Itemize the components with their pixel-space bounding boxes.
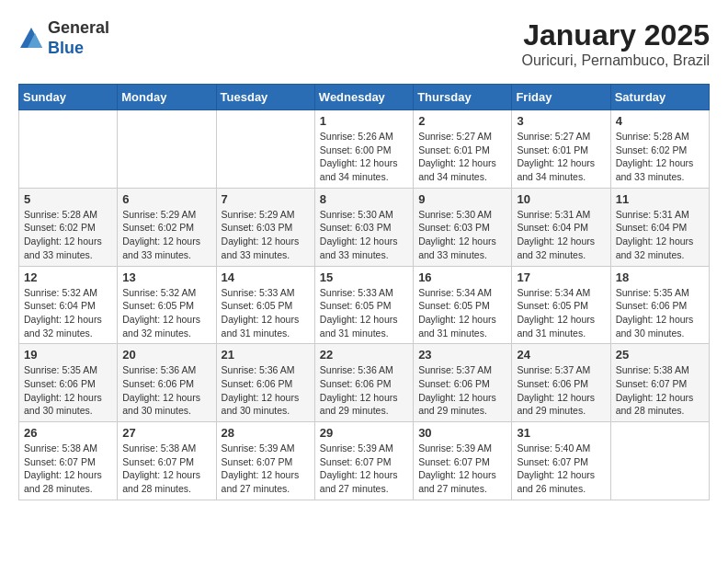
calendar: SundayMondayTuesdayWednesdayThursdayFrid…	[18, 84, 710, 500]
day-number: 8	[320, 192, 408, 206]
day-number: 23	[418, 348, 506, 362]
calendar-week-row: 12Sunrise: 5:32 AM Sunset: 6:04 PM Dayli…	[19, 266, 710, 344]
day-info: Sunrise: 5:33 AM Sunset: 6:05 PM Dayligh…	[222, 286, 310, 340]
day-info: Sunrise: 5:36 AM Sunset: 6:06 PM Dayligh…	[320, 363, 408, 418]
day-info: Sunrise: 5:39 AM Sunset: 6:07 PM Dayligh…	[418, 442, 506, 496]
day-number: 31	[517, 426, 605, 440]
day-info: Sunrise: 5:28 AM Sunset: 6:02 PM Dayligh…	[616, 130, 704, 184]
day-number: 12	[24, 270, 112, 284]
day-header-sunday: Sunday	[19, 85, 118, 110]
calendar-cell: 24Sunrise: 5:37 AM Sunset: 6:06 PM Dayli…	[512, 344, 610, 422]
calendar-week-row: 26Sunrise: 5:38 AM Sunset: 6:07 PM Dayli…	[19, 422, 710, 500]
day-number: 3	[517, 114, 605, 128]
day-info: Sunrise: 5:35 AM Sunset: 6:06 PM Dayligh…	[24, 363, 112, 418]
day-info: Sunrise: 5:30 AM Sunset: 6:03 PM Dayligh…	[320, 208, 408, 262]
calendar-cell: 10Sunrise: 5:31 AM Sunset: 6:04 PM Dayli…	[512, 188, 610, 266]
calendar-cell: 30Sunrise: 5:39 AM Sunset: 6:07 PM Dayli…	[414, 422, 512, 500]
day-number: 24	[517, 348, 605, 362]
calendar-cell: 22Sunrise: 5:36 AM Sunset: 6:06 PM Dayli…	[314, 344, 413, 422]
calendar-cell: 4Sunrise: 5:28 AM Sunset: 6:02 PM Daylig…	[610, 110, 709, 189]
calendar-cell: 9Sunrise: 5:30 AM Sunset: 6:03 PM Daylig…	[414, 188, 512, 266]
day-number: 16	[418, 270, 506, 284]
calendar-cell: 1Sunrise: 5:26 AM Sunset: 6:00 PM Daylig…	[314, 110, 413, 189]
calendar-cell	[19, 110, 118, 189]
day-info: Sunrise: 5:29 AM Sunset: 6:02 PM Dayligh…	[122, 208, 210, 262]
calendar-cell: 23Sunrise: 5:37 AM Sunset: 6:06 PM Dayli…	[414, 344, 512, 422]
calendar-cell: 21Sunrise: 5:36 AM Sunset: 6:06 PM Dayli…	[216, 344, 314, 422]
calendar-header-row: SundayMondayTuesdayWednesdayThursdayFrid…	[19, 85, 710, 110]
day-number: 25	[616, 348, 704, 362]
day-number: 22	[320, 348, 408, 362]
day-number: 2	[418, 114, 506, 128]
day-info: Sunrise: 5:38 AM Sunset: 6:07 PM Dayligh…	[24, 442, 112, 496]
day-info: Sunrise: 5:29 AM Sunset: 6:03 PM Dayligh…	[222, 208, 310, 262]
calendar-cell: 15Sunrise: 5:33 AM Sunset: 6:05 PM Dayli…	[314, 266, 413, 344]
day-info: Sunrise: 5:39 AM Sunset: 6:07 PM Dayligh…	[222, 442, 310, 496]
title-location: Ouricuri, Pernambuco, Brazil	[521, 52, 710, 69]
day-number: 7	[222, 192, 310, 206]
calendar-cell: 14Sunrise: 5:33 AM Sunset: 6:05 PM Dayli…	[216, 266, 314, 344]
calendar-cell	[118, 110, 216, 189]
day-info: Sunrise: 5:32 AM Sunset: 6:05 PM Dayligh…	[122, 286, 210, 340]
day-number: 21	[222, 348, 310, 362]
day-info: Sunrise: 5:30 AM Sunset: 6:03 PM Dayligh…	[418, 208, 506, 262]
calendar-cell: 8Sunrise: 5:30 AM Sunset: 6:03 PM Daylig…	[314, 188, 413, 266]
calendar-cell: 28Sunrise: 5:39 AM Sunset: 6:07 PM Dayli…	[216, 422, 314, 500]
day-number: 11	[616, 192, 704, 206]
calendar-cell: 16Sunrise: 5:34 AM Sunset: 6:05 PM Dayli…	[414, 266, 512, 344]
day-number: 15	[320, 270, 408, 284]
day-number: 26	[24, 426, 112, 440]
day-number: 18	[616, 270, 704, 284]
day-info: Sunrise: 5:31 AM Sunset: 6:04 PM Dayligh…	[616, 208, 704, 262]
logo: General Blue	[18, 18, 109, 58]
day-number: 4	[616, 114, 704, 128]
day-number: 1	[320, 114, 408, 128]
calendar-week-row: 19Sunrise: 5:35 AM Sunset: 6:06 PM Dayli…	[19, 344, 710, 422]
day-info: Sunrise: 5:28 AM Sunset: 6:02 PM Dayligh…	[24, 208, 112, 262]
day-info: Sunrise: 5:34 AM Sunset: 6:05 PM Dayligh…	[517, 286, 605, 340]
calendar-cell: 25Sunrise: 5:38 AM Sunset: 6:07 PM Dayli…	[610, 344, 709, 422]
day-number: 9	[418, 192, 506, 206]
day-info: Sunrise: 5:36 AM Sunset: 6:06 PM Dayligh…	[222, 363, 310, 418]
calendar-cell: 29Sunrise: 5:39 AM Sunset: 6:07 PM Dayli…	[314, 422, 413, 500]
calendar-body: 1Sunrise: 5:26 AM Sunset: 6:00 PM Daylig…	[19, 110, 710, 500]
logo-general: General	[48, 18, 109, 37]
calendar-cell	[610, 422, 709, 500]
day-info: Sunrise: 5:38 AM Sunset: 6:07 PM Dayligh…	[122, 442, 210, 496]
day-info: Sunrise: 5:26 AM Sunset: 6:00 PM Dayligh…	[320, 130, 408, 184]
calendar-cell: 17Sunrise: 5:34 AM Sunset: 6:05 PM Dayli…	[512, 266, 610, 344]
calendar-week-row: 1Sunrise: 5:26 AM Sunset: 6:00 PM Daylig…	[19, 110, 710, 189]
calendar-cell: 6Sunrise: 5:29 AM Sunset: 6:02 PM Daylig…	[118, 188, 216, 266]
day-info: Sunrise: 5:27 AM Sunset: 6:01 PM Dayligh…	[517, 130, 605, 184]
day-number: 6	[122, 192, 210, 206]
day-info: Sunrise: 5:38 AM Sunset: 6:07 PM Dayligh…	[616, 363, 704, 418]
header: General Blue January 2025 Ouricuri, Pern…	[18, 18, 710, 69]
calendar-cell: 11Sunrise: 5:31 AM Sunset: 6:04 PM Dayli…	[610, 188, 709, 266]
day-number: 27	[122, 426, 210, 440]
day-info: Sunrise: 5:31 AM Sunset: 6:04 PM Dayligh…	[517, 208, 605, 262]
day-number: 20	[122, 348, 210, 362]
day-number: 14	[222, 270, 310, 284]
calendar-cell: 18Sunrise: 5:35 AM Sunset: 6:06 PM Dayli…	[610, 266, 709, 344]
day-info: Sunrise: 5:36 AM Sunset: 6:06 PM Dayligh…	[122, 363, 210, 418]
calendar-cell: 27Sunrise: 5:38 AM Sunset: 6:07 PM Dayli…	[118, 422, 216, 500]
calendar-cell: 12Sunrise: 5:32 AM Sunset: 6:04 PM Dayli…	[19, 266, 118, 344]
calendar-cell	[216, 110, 314, 189]
title-month: January 2025	[521, 18, 710, 52]
calendar-cell: 26Sunrise: 5:38 AM Sunset: 6:07 PM Dayli…	[19, 422, 118, 500]
day-info: Sunrise: 5:34 AM Sunset: 6:05 PM Dayligh…	[418, 286, 506, 340]
calendar-cell: 5Sunrise: 5:28 AM Sunset: 6:02 PM Daylig…	[19, 188, 118, 266]
day-info: Sunrise: 5:37 AM Sunset: 6:06 PM Dayligh…	[517, 363, 605, 418]
calendar-cell: 31Sunrise: 5:40 AM Sunset: 6:07 PM Dayli…	[512, 422, 610, 500]
day-info: Sunrise: 5:27 AM Sunset: 6:01 PM Dayligh…	[418, 130, 506, 184]
day-number: 5	[24, 192, 112, 206]
day-info: Sunrise: 5:39 AM Sunset: 6:07 PM Dayligh…	[320, 442, 408, 496]
day-header-friday: Friday	[512, 85, 610, 110]
day-header-saturday: Saturday	[610, 85, 709, 110]
day-header-thursday: Thursday	[414, 85, 512, 110]
day-info: Sunrise: 5:40 AM Sunset: 6:07 PM Dayligh…	[517, 442, 605, 496]
calendar-cell: 19Sunrise: 5:35 AM Sunset: 6:06 PM Dayli…	[19, 344, 118, 422]
day-number: 10	[517, 192, 605, 206]
calendar-week-row: 5Sunrise: 5:28 AM Sunset: 6:02 PM Daylig…	[19, 188, 710, 266]
day-header-monday: Monday	[118, 85, 216, 110]
